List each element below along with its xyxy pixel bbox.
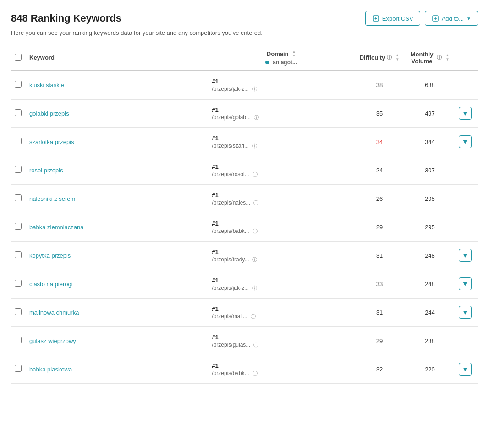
row-keyword: nalesniki z serem: [26, 184, 208, 213]
row-checkbox[interactable]: [15, 81, 22, 88]
row-dropdown-button[interactable]: ▼: [459, 363, 472, 376]
row-url-info-icon[interactable]: ⓘ: [253, 371, 258, 376]
row-dropdown-button[interactable]: ▼: [459, 107, 472, 120]
row-checkbox[interactable]: [15, 166, 22, 173]
row-url-info-icon[interactable]: ⓘ: [253, 342, 258, 348]
monthly-volume-info-icon[interactable]: ⓘ: [437, 54, 442, 61]
row-keyword: kluski slaskie: [26, 71, 208, 100]
row-dropdown-button[interactable]: ▼: [459, 249, 472, 262]
table-row: szarlotka przepis #1 /przepis/szarl... ⓘ…: [11, 127, 478, 156]
difficulty-value: 29: [376, 224, 383, 231]
row-action: ▼: [455, 127, 478, 156]
volume-value: 295: [425, 195, 435, 202]
domain-sort-icon: ▲▼: [292, 50, 296, 58]
row-url-info-icon[interactable]: ⓘ: [252, 143, 257, 149]
row-checkbox[interactable]: [15, 308, 22, 315]
keyword-link[interactable]: szarlotka przepis: [29, 138, 74, 145]
volume-value: 344: [425, 138, 435, 145]
difficulty-info-icon[interactable]: ⓘ: [387, 54, 392, 61]
row-volume: 238: [405, 326, 455, 355]
row-url-info-icon[interactable]: ⓘ: [252, 257, 257, 262]
row-checkbox[interactable]: [15, 223, 22, 230]
keyword-link[interactable]: golabki przepis: [29, 110, 69, 117]
row-rank: #1: [212, 334, 218, 341]
row-volume: 344: [405, 127, 455, 156]
row-rank: #1: [212, 192, 218, 199]
row-url: /przepis/nales...: [212, 199, 250, 206]
volume-value: 244: [425, 309, 435, 316]
add-to-button[interactable]: Add to... ▼: [425, 11, 478, 26]
table-row: malinowa chmurka #1 /przepis/mali... ⓘ 3…: [11, 298, 478, 326]
keywords-table: Keyword Domain ▲▼ aniagot... Difficulty: [11, 45, 478, 384]
row-url-info-icon[interactable]: ⓘ: [252, 285, 257, 291]
select-all-checkbox[interactable]: [15, 54, 22, 61]
row-checkbox[interactable]: [15, 337, 22, 343]
row-url-info-icon[interactable]: ⓘ: [251, 314, 256, 319]
row-dropdown-button[interactable]: ▼: [459, 135, 472, 148]
row-url-info-icon[interactable]: ⓘ: [253, 228, 258, 234]
row-url: /przepis/mali...: [212, 313, 247, 320]
row-difficulty: 34: [354, 127, 405, 156]
export-csv-label: Export CSV: [382, 15, 413, 22]
table-row: ciasto na pierogi #1 /przepis/jak-z... ⓘ…: [11, 270, 478, 298]
row-checkbox-cell: [11, 71, 26, 100]
domain-label: Domain: [267, 50, 289, 57]
row-url: /przepis/trady...: [212, 256, 249, 263]
row-checkbox[interactable]: [15, 109, 22, 116]
difficulty-sort-icon: ▲▼: [396, 54, 399, 62]
row-volume: 295: [405, 213, 455, 241]
row-rank: #1: [212, 135, 218, 142]
row-action: ▼: [455, 270, 478, 298]
row-url-info-icon[interactable]: ⓘ: [253, 200, 258, 205]
row-action: ▼: [455, 355, 478, 383]
difficulty-value: 24: [376, 167, 383, 174]
keyword-link[interactable]: malinowa chmurka: [29, 309, 79, 316]
row-checkbox[interactable]: [15, 194, 22, 201]
keyword-link[interactable]: ciasto na pierogi: [29, 281, 73, 288]
row-checkbox[interactable]: [15, 251, 22, 258]
keyword-link[interactable]: rosol przepis: [29, 167, 63, 174]
row-url-info-icon[interactable]: ⓘ: [253, 171, 258, 177]
row-checkbox-cell: [11, 270, 26, 298]
row-volume: 307: [405, 156, 455, 184]
row-checkbox[interactable]: [15, 138, 22, 144]
keyword-link[interactable]: babka ziemniaczana: [29, 224, 84, 231]
page-header: 848 Ranking Keywords Export CSV Add to..…: [11, 11, 478, 26]
keyword-link[interactable]: kopytka przepis: [29, 252, 71, 259]
row-difficulty: 33: [354, 270, 405, 298]
row-keyword: gulasz wieprzowy: [26, 326, 208, 355]
row-rank: #1: [212, 163, 218, 170]
difficulty-value: 26: [376, 195, 383, 202]
row-url-info-icon[interactable]: ⓘ: [252, 86, 257, 92]
row-dropdown-button[interactable]: ▼: [459, 306, 472, 319]
row-checkbox[interactable]: [15, 280, 22, 287]
row-keyword: malinowa chmurka: [26, 298, 208, 326]
column-difficulty[interactable]: Difficulty ⓘ ▲▼: [354, 45, 405, 71]
keyword-link[interactable]: nalesniki z serem: [29, 195, 75, 202]
difficulty-value: 33: [376, 281, 383, 288]
keyword-link[interactable]: gulasz wieprzowy: [29, 337, 76, 344]
row-domain: #1 /przepis/rosol... ⓘ: [208, 156, 354, 184]
column-domain[interactable]: Domain ▲▼ aniagot...: [208, 45, 354, 71]
volume-value: 220: [425, 366, 435, 373]
keyword-link[interactable]: kluski slaskie: [29, 82, 64, 88]
row-volume: 638: [405, 71, 455, 100]
row-dropdown-button[interactable]: ▼: [459, 277, 472, 290]
row-rank: #1: [212, 362, 218, 369]
difficulty-value: 38: [376, 82, 383, 88]
plus-icon: [432, 15, 439, 22]
difficulty-value: 35: [376, 110, 383, 117]
row-url-info-icon[interactable]: ⓘ: [254, 115, 259, 120]
row-keyword: rosol przepis: [26, 156, 208, 184]
row-checkbox[interactable]: [15, 365, 22, 372]
row-checkbox-cell: [11, 213, 26, 241]
row-domain: #1 /przepis/mali... ⓘ: [208, 298, 354, 326]
keyword-link[interactable]: babka piaskowa: [29, 366, 72, 373]
export-csv-button[interactable]: Export CSV: [365, 11, 420, 26]
row-checkbox-cell: [11, 156, 26, 184]
row-rank: #1: [212, 277, 218, 284]
difficulty-value: 31: [376, 309, 383, 316]
row-url: /przepis/babk...: [212, 370, 249, 376]
column-monthly-volume[interactable]: MonthlyVolume ⓘ ▲▼: [405, 45, 455, 71]
table-row: nalesniki z serem #1 /przepis/nales... ⓘ…: [11, 184, 478, 213]
